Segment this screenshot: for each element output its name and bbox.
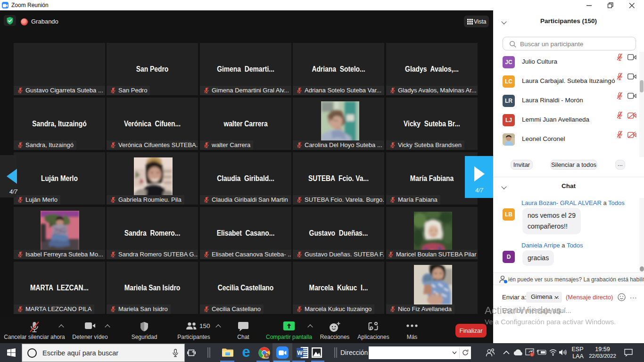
svg-text:W: W [297, 350, 303, 356]
svg-text:!: ! [531, 353, 532, 356]
